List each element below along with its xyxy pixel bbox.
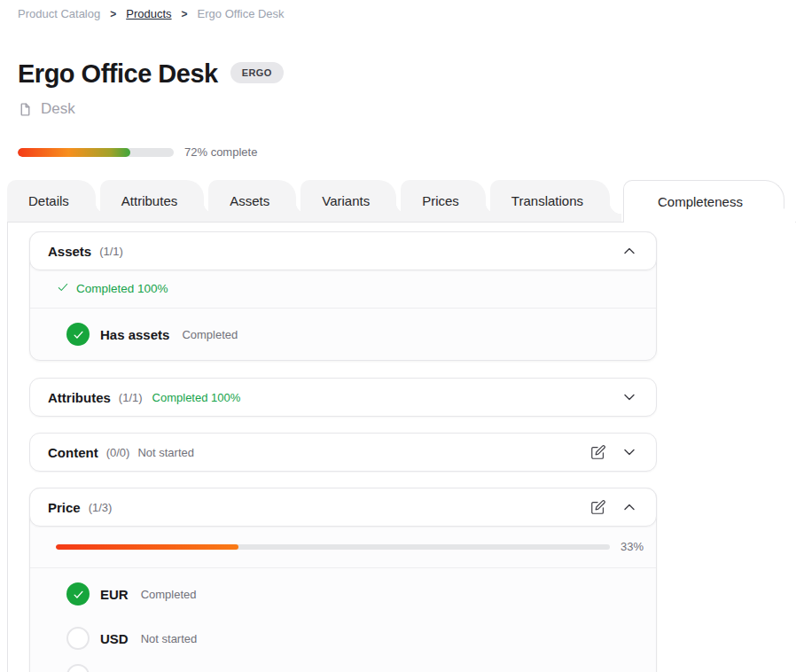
empty-circle-icon [66, 664, 90, 672]
tab-bar: Details Attributes Assets Variants Price… [7, 180, 784, 222]
chevron-down-icon[interactable] [620, 443, 638, 461]
tab-translations[interactable]: Translations [490, 180, 610, 222]
tab-prices[interactable]: Prices [401, 180, 486, 222]
assets-section-header[interactable]: Assets (1/1) [29, 231, 657, 270]
attributes-section-count: (1/1) [119, 391, 143, 404]
price-item-label: EUR [100, 587, 129, 602]
overall-progress-label: 72% complete [184, 145, 257, 159]
breadcrumb-products-link[interactable]: Products [126, 7, 171, 20]
completed-circle-icon [66, 582, 90, 606]
assets-summary-label: Completed 100% [76, 282, 168, 295]
overall-progress-fill [18, 148, 130, 157]
empty-circle-icon [66, 627, 90, 650]
price-section-count: (1/3) [89, 501, 113, 514]
price-item-label: PLN [100, 668, 127, 672]
page-header: Ergo Office Desk ERGO [18, 59, 284, 90]
price-progress-bar [56, 544, 610, 550]
breadcrumb: Product Catalog > Products > Ergo Office… [18, 7, 285, 20]
price-progress-label: 33% [620, 540, 644, 553]
price-item-row: EUR Completed [30, 568, 656, 620]
content-section-count: (0/0) [106, 446, 130, 459]
price-item-status: Not started [141, 632, 198, 645]
content-section-status: Not started [137, 446, 194, 459]
assets-item-label: Has assets [100, 327, 169, 342]
assets-summary-row: Completed 100% [30, 270, 656, 309]
category-row: Desk [18, 100, 75, 118]
price-progress-fill [56, 544, 238, 550]
page-title: Ergo Office Desk [18, 59, 218, 90]
assets-item-status: Completed [182, 328, 238, 341]
overall-progress: 72% complete [18, 145, 257, 159]
price-section-title: Price [48, 500, 81, 515]
price-item-label: USD [100, 631, 129, 646]
tab-variants[interactable]: Variants [300, 180, 396, 222]
edit-icon[interactable] [589, 444, 606, 461]
completed-circle-icon [66, 323, 90, 346]
chevron-up-icon[interactable] [620, 242, 638, 260]
assets-section-card: Assets (1/1) Completed 100% Has assets C… [29, 231, 657, 361]
check-icon [57, 281, 69, 296]
attributes-section-title: Attributes [48, 390, 111, 405]
attributes-section-status: Completed 100% [152, 391, 241, 404]
assets-section-title: Assets [48, 244, 91, 259]
price-section-header[interactable]: Price (1/3) [29, 488, 657, 527]
breadcrumb-separator: > [182, 8, 188, 20]
content-section-header[interactable]: Content (0/0) Not started [29, 433, 657, 472]
file-icon [18, 102, 33, 117]
chevron-up-icon[interactable] [620, 498, 638, 516]
price-item-row: USD Not started [30, 620, 656, 657]
assets-item-row: Has assets Completed [30, 309, 656, 360]
breadcrumb-product-catalog[interactable]: Product Catalog [18, 7, 100, 20]
price-item-status: Completed [141, 588, 197, 601]
category-label: Desk [41, 100, 75, 118]
content-section-title: Content [48, 445, 98, 460]
attributes-section-header[interactable]: Attributes (1/1) Completed 100% [29, 378, 657, 417]
price-section-card: Price (1/3) 33% EUR [29, 488, 657, 672]
overall-progress-bar [18, 148, 174, 157]
price-item-status: Not started [139, 669, 196, 672]
tab-assets[interactable]: Assets [208, 180, 296, 222]
price-item-row: PLN Not started [30, 657, 656, 672]
price-progress-row: 33% [30, 526, 656, 568]
chevron-down-icon[interactable] [620, 388, 638, 406]
completeness-panel: Assets (1/1) Completed 100% Has assets C… [7, 222, 796, 672]
breadcrumb-separator: > [110, 8, 116, 20]
tab-attributes[interactable]: Attributes [100, 180, 204, 222]
assets-section-count: (1/1) [99, 245, 123, 258]
breadcrumb-current: Ergo Office Desk [198, 7, 285, 20]
tab-details[interactable]: Details [7, 180, 96, 222]
tab-completeness[interactable]: Completeness [623, 180, 784, 223]
edit-icon[interactable] [589, 499, 606, 516]
sku-badge: ERGO [230, 62, 284, 83]
